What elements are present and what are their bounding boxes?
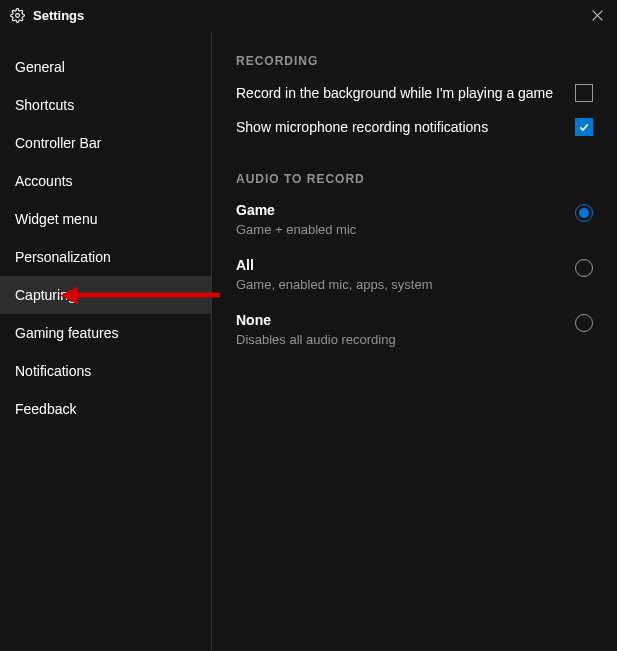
radio-title: None (236, 312, 563, 328)
sidebar-item-feedback[interactable]: Feedback (0, 390, 211, 428)
svg-point-0 (16, 13, 20, 17)
setting-mic-notifications[interactable]: Show microphone recording notifications (236, 118, 593, 136)
checkbox-record-background[interactable] (575, 84, 593, 102)
setting-label: Show microphone recording notifications (236, 119, 488, 135)
radio-all[interactable] (575, 259, 593, 277)
checkbox-mic-notifications[interactable] (575, 118, 593, 136)
radio-title: Game (236, 202, 563, 218)
setting-record-background[interactable]: Record in the background while I'm playi… (236, 84, 593, 102)
audio-option-game[interactable]: Game Game + enabled mic (236, 202, 593, 237)
section-header-audio: AUDIO TO RECORD (236, 172, 593, 186)
radio-none[interactable] (575, 314, 593, 332)
radio-desc: Game + enabled mic (236, 222, 563, 237)
radio-game[interactable] (575, 204, 593, 222)
sidebar-item-notifications[interactable]: Notifications (0, 352, 211, 390)
setting-label: Record in the background while I'm playi… (236, 85, 553, 101)
sidebar-item-general[interactable]: General (0, 48, 211, 86)
radio-desc: Disables all audio recording (236, 332, 563, 347)
sidebar-item-gaming-features[interactable]: Gaming features (0, 314, 211, 352)
sidebar-item-capturing[interactable]: Capturing (0, 276, 211, 314)
window-title: Settings (33, 8, 84, 23)
radio-title: All (236, 257, 563, 273)
titlebar: Settings (0, 0, 617, 32)
section-header-recording: RECORDING (236, 54, 593, 68)
gear-icon (10, 8, 25, 23)
main-panel: RECORDING Record in the background while… (212, 32, 617, 651)
sidebar-item-personalization[interactable]: Personalization (0, 238, 211, 276)
sidebar-item-widget-menu[interactable]: Widget menu (0, 200, 211, 238)
close-button[interactable] (589, 7, 605, 23)
audio-option-none[interactable]: None Disables all audio recording (236, 312, 593, 347)
radio-desc: Game, enabled mic, apps, system (236, 277, 563, 292)
sidebar-item-shortcuts[interactable]: Shortcuts (0, 86, 211, 124)
annotation-arrow (75, 293, 220, 298)
sidebar-item-accounts[interactable]: Accounts (0, 162, 211, 200)
sidebar: General Shortcuts Controller Bar Account… (0, 32, 212, 651)
audio-option-all[interactable]: All Game, enabled mic, apps, system (236, 257, 593, 292)
sidebar-item-controller-bar[interactable]: Controller Bar (0, 124, 211, 162)
